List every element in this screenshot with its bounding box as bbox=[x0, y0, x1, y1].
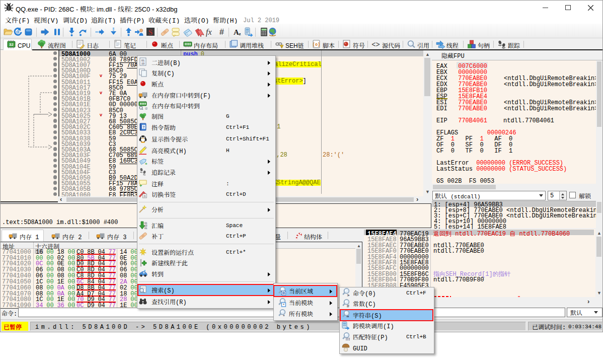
svg-text:#: # bbox=[219, 28, 224, 36]
svg-text:01: 01 bbox=[144, 227, 147, 230]
svg-text:+: + bbox=[139, 182, 142, 188]
svg-text:A: A bbox=[234, 28, 239, 36]
svg-text:?: ? bbox=[142, 124, 144, 129]
svg-text:10: 10 bbox=[141, 62, 145, 65]
svg-text:#: # bbox=[347, 304, 350, 309]
svg-text:*: * bbox=[283, 302, 284, 307]
svg-text:>: > bbox=[347, 293, 350, 298]
svg-text:+: + bbox=[145, 161, 147, 166]
svg-text:fx: fx bbox=[206, 28, 212, 37]
svg-text:n: n bbox=[143, 194, 145, 198]
svg-text:*: * bbox=[283, 313, 285, 318]
svg-text:z: z bbox=[239, 31, 241, 36]
svg-text:32: 32 bbox=[9, 42, 14, 47]
svg-text:<>: <> bbox=[371, 41, 380, 49]
svg-text:(o): (o) bbox=[313, 42, 320, 47]
svg-text:S: S bbox=[148, 28, 153, 36]
svg-text:@: @ bbox=[145, 106, 147, 110]
svg-text:!: ! bbox=[281, 45, 282, 49]
